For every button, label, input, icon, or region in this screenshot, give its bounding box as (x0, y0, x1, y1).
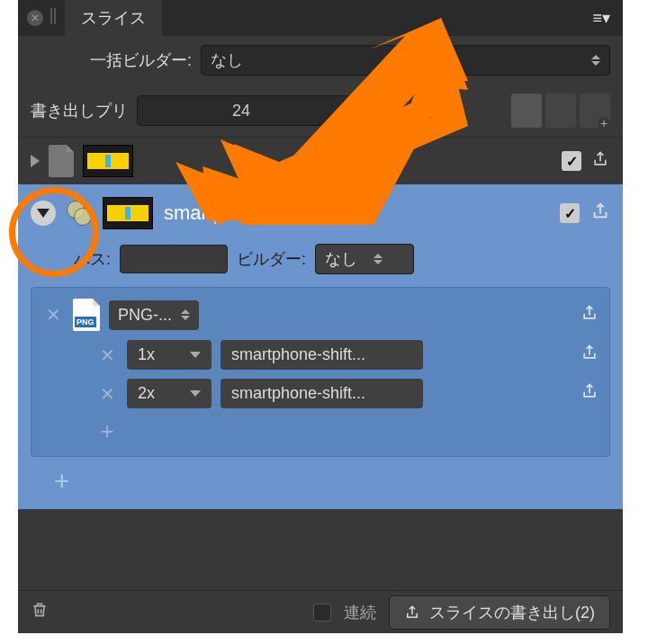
page-thumb-icon (49, 145, 74, 177)
continuous-checkbox[interactable] (313, 604, 331, 622)
export-preset-value: 24 (232, 102, 250, 121)
drag-handle[interactable] (50, 8, 58, 29)
export-preset-select[interactable]: 24 (137, 95, 362, 126)
add-scale-row[interactable]: + (42, 417, 598, 445)
tab-slices[interactable]: スライス (65, 0, 162, 36)
slice-name: smartphone-shift (164, 201, 549, 225)
shape-intersect-icon (67, 201, 92, 226)
add-scale-icon[interactable]: + (96, 417, 118, 445)
disclosure-icon[interactable] (31, 155, 40, 167)
scale-2-select[interactable]: 2x (127, 379, 212, 408)
scale-1-export-icon[interactable] (580, 344, 598, 366)
filename-2-field[interactable]: smartphone-shift... (220, 379, 423, 408)
scale-row-2: ✕ 2x smartphone-shift... (42, 379, 598, 408)
selected-visible-checkbox[interactable]: ✓ (560, 203, 580, 223)
scale-1-select[interactable]: 1x (127, 340, 212, 370)
preset-add-button[interactable] (580, 94, 610, 128)
remove-scale-2-icon[interactable]: ✕ (96, 383, 118, 405)
builder-label: ビルダー: (237, 248, 306, 270)
format-export-icon[interactable] (580, 304, 598, 326)
trash-icon[interactable] (31, 600, 49, 625)
tab-bar: ✕ スライス ≡▾ (18, 0, 623, 36)
builder-select[interactable]: なし (315, 244, 414, 274)
export-slices-button[interactable]: スライスの書き出し(2) (389, 595, 610, 630)
disclosure-open-icon[interactable] (31, 201, 56, 226)
builder-value: なし (325, 248, 357, 270)
batch-builder-select[interactable]: なし (201, 45, 610, 76)
scale-1-value: 1x (138, 345, 155, 364)
format-value: PNG-... (118, 306, 172, 325)
slices-panel: ✕ スライス ≡▾ 一括ビルダー: なし 書き出しプリ 24 ✓ (18, 0, 623, 633)
remove-format-icon[interactable]: ✕ (42, 304, 64, 326)
slice-thumb (83, 145, 133, 177)
layer-row-1[interactable]: ✓ (18, 137, 623, 184)
selected-export-icon[interactable] (590, 201, 610, 226)
export-button-label: スライスの書き出し(2) (429, 602, 595, 623)
preset-icon-2[interactable] (545, 94, 576, 128)
preset-icon-1[interactable] (511, 94, 542, 128)
selected-slice-area: smartphone-shift ✓ パス: ビルダー: なし ✕ PNG PN… (18, 184, 623, 509)
batch-builder-value: なし (211, 49, 243, 71)
filename-1-field[interactable]: smartphone-shift... (220, 340, 423, 370)
export-preset-row: 書き出しプリ 24 (18, 85, 623, 137)
batch-builder-label: 一括ビルダー: (90, 49, 192, 71)
format-select[interactable]: PNG-... (109, 300, 199, 330)
panel-footer: 連続 スライスの書き出し(2) (18, 590, 623, 633)
export-icon[interactable] (590, 150, 610, 173)
remove-scale-1-icon[interactable]: ✕ (96, 344, 118, 366)
path-builder-row: パス: ビルダー: なし (31, 244, 610, 274)
batch-builder-row: 一括ビルダー: なし (18, 36, 623, 85)
path-input[interactable] (120, 245, 228, 273)
scale-2-value: 2x (138, 384, 155, 403)
scale-row-1: ✕ 1x smartphone-shift... (42, 340, 598, 370)
panel-menu-icon[interactable]: ≡▾ (592, 8, 610, 28)
png-file-icon: PNG (73, 299, 100, 331)
add-format-icon[interactable]: + (31, 466, 610, 496)
continuous-label: 連続 (344, 602, 376, 623)
export-formats-box: ✕ PNG PNG-... ✕ 1x smartphone-shift... (31, 287, 610, 457)
format-row: ✕ PNG PNG-... (42, 299, 598, 331)
selected-slice-thumb (103, 197, 153, 229)
export-preset-label: 書き出しプリ (31, 100, 128, 121)
visible-checkbox[interactable]: ✓ (562, 151, 581, 171)
scale-2-export-icon[interactable] (580, 382, 598, 405)
selected-slice-header[interactable]: smartphone-shift ✓ (31, 197, 610, 229)
close-panel-button[interactable]: ✕ (27, 10, 43, 26)
path-label: パス: (74, 248, 111, 270)
